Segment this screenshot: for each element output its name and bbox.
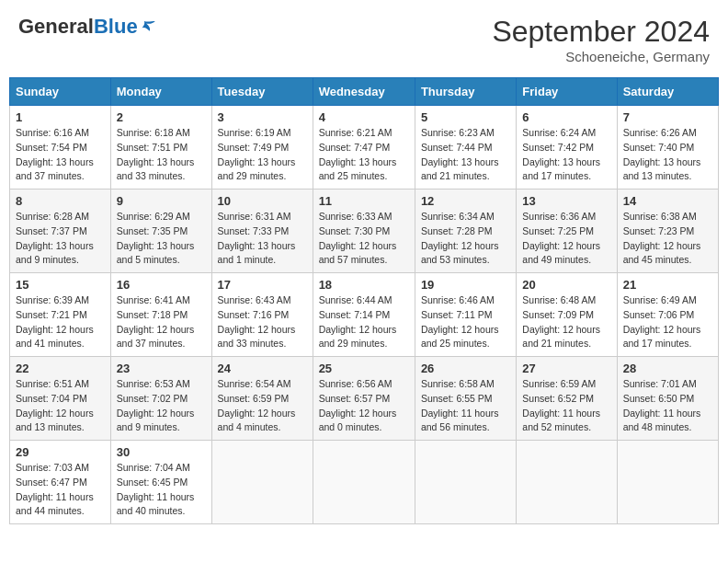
day-number: 21 (623, 278, 712, 292)
day-number: 25 (319, 362, 409, 375)
table-row (313, 441, 415, 524)
table-row: 17Sunrise: 6:43 AMSunset: 7:16 PMDayligh… (211, 273, 313, 357)
table-row: 2Sunrise: 6:18 AMSunset: 7:51 PMDaylight… (110, 106, 211, 190)
table-row: 22Sunrise: 6:51 AMSunset: 7:04 PMDayligh… (10, 357, 111, 441)
day-info: Sunrise: 6:51 AMSunset: 7:04 PMDaylight:… (16, 377, 105, 435)
table-row: 14Sunrise: 6:38 AMSunset: 7:23 PMDayligh… (617, 190, 718, 273)
day-info: Sunrise: 6:18 AMSunset: 7:51 PMDaylight:… (117, 126, 206, 184)
day-info: Sunrise: 6:23 AMSunset: 7:44 PMDaylight:… (421, 126, 510, 184)
table-row (617, 441, 718, 524)
day-info: Sunrise: 7:03 AMSunset: 6:47 PMDaylight:… (16, 461, 105, 519)
day-number: 22 (16, 362, 105, 375)
day-info: Sunrise: 7:04 AMSunset: 6:45 PMDaylight:… (117, 461, 206, 519)
table-row: 16Sunrise: 6:41 AMSunset: 7:18 PMDayligh… (110, 273, 211, 357)
table-row: 13Sunrise: 6:36 AMSunset: 7:25 PMDayligh… (517, 190, 617, 273)
day-info: Sunrise: 6:56 AMSunset: 6:57 PMDaylight:… (319, 377, 409, 435)
day-number: 24 (218, 362, 307, 375)
day-number: 17 (218, 278, 307, 292)
table-row: 1Sunrise: 6:16 AMSunset: 7:54 PMDaylight… (10, 106, 111, 190)
table-row: 25Sunrise: 6:56 AMSunset: 6:57 PMDayligh… (313, 357, 415, 441)
day-info: Sunrise: 6:44 AMSunset: 7:14 PMDaylight:… (319, 293, 409, 351)
table-row: 19Sunrise: 6:46 AMSunset: 7:11 PMDayligh… (415, 273, 516, 357)
day-info: Sunrise: 6:34 AMSunset: 7:28 PMDaylight:… (421, 210, 510, 268)
day-number: 28 (623, 362, 712, 375)
day-number: 15 (16, 278, 105, 292)
day-info: Sunrise: 6:31 AMSunset: 7:33 PMDaylight:… (218, 210, 307, 268)
table-row: 20Sunrise: 6:48 AMSunset: 7:09 PMDayligh… (517, 273, 617, 357)
table-row (211, 441, 313, 524)
title-area: September 2024 Schoeneiche, Germany (492, 15, 710, 64)
col-saturday: Saturday (617, 78, 718, 106)
day-number: 29 (16, 445, 105, 459)
day-info: Sunrise: 6:24 AMSunset: 7:42 PMDaylight:… (522, 126, 610, 184)
location-subtitle: Schoeneiche, Germany (492, 49, 710, 64)
day-number: 8 (16, 194, 105, 208)
col-thursday: Thursday (415, 78, 516, 106)
calendar-header-row: Sunday Monday Tuesday Wednesday Thursday… (10, 78, 719, 106)
col-wednesday: Wednesday (313, 78, 415, 106)
table-row: 18Sunrise: 6:44 AMSunset: 7:14 PMDayligh… (313, 273, 415, 357)
day-info: Sunrise: 6:19 AMSunset: 7:49 PMDaylight:… (218, 126, 307, 184)
table-row: 5Sunrise: 6:23 AMSunset: 7:44 PMDaylight… (415, 106, 516, 190)
day-info: Sunrise: 7:01 AMSunset: 6:50 PMDaylight:… (623, 377, 712, 435)
table-row: 8Sunrise: 6:28 AMSunset: 7:37 PMDaylight… (10, 190, 111, 273)
table-row: 26Sunrise: 6:58 AMSunset: 6:55 PMDayligh… (415, 357, 516, 441)
table-row: 9Sunrise: 6:29 AMSunset: 7:35 PMDaylight… (110, 190, 211, 273)
day-info: Sunrise: 6:33 AMSunset: 7:30 PMDaylight:… (319, 210, 409, 268)
table-row (517, 441, 617, 524)
month-title: September 2024 (492, 15, 710, 49)
day-number: 1 (16, 110, 105, 124)
day-info: Sunrise: 6:26 AMSunset: 7:40 PMDaylight:… (623, 126, 712, 184)
day-number: 2 (117, 110, 206, 124)
day-info: Sunrise: 6:38 AMSunset: 7:23 PMDaylight:… (623, 210, 712, 268)
table-row: 29Sunrise: 7:03 AMSunset: 6:47 PMDayligh… (10, 441, 111, 524)
day-number: 20 (522, 278, 610, 292)
day-number: 10 (218, 194, 307, 208)
day-info: Sunrise: 6:29 AMSunset: 7:35 PMDaylight:… (117, 210, 206, 268)
day-info: Sunrise: 6:53 AMSunset: 7:02 PMDaylight:… (117, 377, 206, 435)
day-info: Sunrise: 6:46 AMSunset: 7:11 PMDaylight:… (421, 293, 510, 351)
table-row: 6Sunrise: 6:24 AMSunset: 7:42 PMDaylight… (517, 106, 617, 190)
day-info: Sunrise: 6:58 AMSunset: 6:55 PMDaylight:… (421, 377, 510, 435)
day-number: 23 (117, 362, 206, 375)
day-number: 12 (421, 194, 510, 208)
logo-blue-text: Blue (94, 15, 138, 39)
day-info: Sunrise: 6:39 AMSunset: 7:21 PMDaylight:… (16, 293, 105, 351)
logo: GeneralBlue (18, 15, 156, 39)
table-row: 21Sunrise: 6:49 AMSunset: 7:06 PMDayligh… (617, 273, 718, 357)
day-number: 5 (421, 110, 510, 124)
day-info: Sunrise: 6:59 AMSunset: 6:52 PMDaylight:… (522, 377, 610, 435)
day-info: Sunrise: 6:16 AMSunset: 7:54 PMDaylight:… (16, 126, 105, 184)
day-number: 16 (117, 278, 206, 292)
calendar-week-row: 1Sunrise: 6:16 AMSunset: 7:54 PMDaylight… (10, 106, 719, 190)
day-info: Sunrise: 6:48 AMSunset: 7:09 PMDaylight:… (522, 293, 610, 351)
table-row: 15Sunrise: 6:39 AMSunset: 7:21 PMDayligh… (10, 273, 111, 357)
day-info: Sunrise: 6:36 AMSunset: 7:25 PMDaylight:… (522, 210, 610, 268)
day-number: 18 (319, 278, 409, 292)
table-row: 24Sunrise: 6:54 AMSunset: 6:59 PMDayligh… (211, 357, 313, 441)
table-row: 10Sunrise: 6:31 AMSunset: 7:33 PMDayligh… (211, 190, 313, 273)
day-number: 3 (218, 110, 307, 124)
calendar-week-row: 22Sunrise: 6:51 AMSunset: 7:04 PMDayligh… (10, 357, 719, 441)
table-row (415, 441, 516, 524)
calendar-week-row: 8Sunrise: 6:28 AMSunset: 7:37 PMDaylight… (10, 190, 719, 273)
day-info: Sunrise: 6:43 AMSunset: 7:16 PMDaylight:… (218, 293, 307, 351)
day-info: Sunrise: 6:54 AMSunset: 6:59 PMDaylight:… (218, 377, 307, 435)
table-row: 23Sunrise: 6:53 AMSunset: 7:02 PMDayligh… (110, 357, 211, 441)
day-number: 7 (623, 110, 712, 124)
calendar-table: Sunday Monday Tuesday Wednesday Thursday… (9, 77, 719, 524)
day-number: 6 (522, 110, 610, 124)
day-number: 30 (117, 445, 206, 459)
day-number: 13 (522, 194, 610, 208)
table-row: 27Sunrise: 6:59 AMSunset: 6:52 PMDayligh… (517, 357, 617, 441)
day-info: Sunrise: 6:21 AMSunset: 7:47 PMDaylight:… (319, 126, 409, 184)
day-info: Sunrise: 6:49 AMSunset: 7:06 PMDaylight:… (623, 293, 712, 351)
logo-general-text: General (18, 15, 94, 39)
day-number: 11 (319, 194, 409, 208)
table-row: 12Sunrise: 6:34 AMSunset: 7:28 PMDayligh… (415, 190, 516, 273)
col-sunday: Sunday (10, 78, 111, 106)
day-number: 27 (522, 362, 610, 375)
logo-bird-icon (140, 18, 156, 35)
day-number: 19 (421, 278, 510, 292)
calendar-week-row: 29Sunrise: 7:03 AMSunset: 6:47 PMDayligh… (10, 441, 719, 524)
